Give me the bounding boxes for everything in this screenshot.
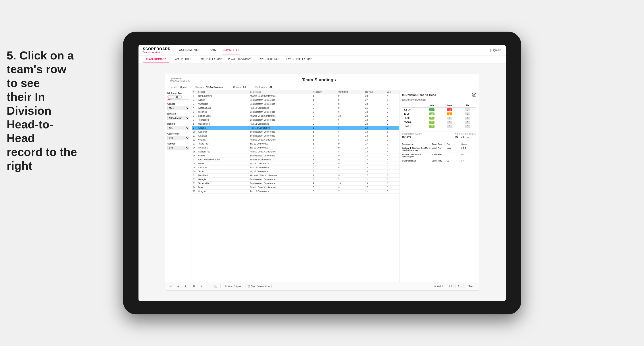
gender-select[interactable]: Men's — [168, 106, 189, 110]
cell-conf-rank: 8 — [337, 102, 364, 106]
conference-select[interactable]: (All) — [168, 136, 189, 140]
h2h-win-cell: 27 — [423, 124, 441, 129]
secondary-nav-team-summary[interactable]: TEAM SUMMARY — [143, 55, 169, 63]
cell-reg-rank: 5 — [312, 126, 337, 130]
col-conference: Conference — [248, 90, 312, 94]
cell-conf-rank: 8 — [337, 138, 364, 142]
settings-button[interactable]: ⚙ — [456, 284, 462, 288]
table-row[interactable]: 23 Texas A&M Southeastern Conference 9 1… — [192, 182, 399, 185]
h2h-col-loss: Loss — [441, 104, 458, 108]
cell-conference: Southeastern Conference — [248, 134, 312, 138]
secondary-nav-team-h2h-heatmap[interactable]: TEAM H2H HEATMAP — [194, 55, 225, 63]
h2h-range-label: 51-100 — [402, 120, 423, 124]
cell-win: 2 — [386, 174, 399, 178]
table-row[interactable]: 17 East Tennessee State Southern Confere… — [192, 158, 399, 162]
table-row[interactable]: 16 Florida Southeastern Conference 7 9 2… — [192, 154, 399, 158]
filters-row: Gender: Men's Division: NCAA Division I … — [165, 84, 479, 90]
tourney-score: 17 — [462, 160, 476, 162]
table-row[interactable]: 21 New Mexico Mountain West Conference 1… — [192, 174, 399, 178]
table-row[interactable]: 2 Auburn Southeastern Conference 1 9 27 … — [192, 98, 399, 102]
cell-win: 1 — [386, 106, 399, 110]
toolbar-divider-2 — [220, 284, 220, 288]
cell-school: Georgia Tech — [197, 150, 249, 154]
table-row[interactable]: 10 Alabama Southeastern Conference 5 8 2… — [192, 130, 399, 134]
min-rounds-min-input[interactable] — [168, 95, 174, 99]
instruction-line2: team's row to see — [7, 63, 66, 89]
cell-school: California — [197, 166, 249, 170]
nav-teams[interactable]: TEAMS — [206, 45, 216, 55]
tourney-type: Stroke Play — [432, 160, 447, 162]
table-row[interactable]: 5 Ole Miss Southeastern Conference 3 6 1… — [192, 110, 399, 114]
region-filter-group: Region N/A — [168, 123, 189, 130]
h2h-close-button[interactable]: ✕ — [472, 93, 476, 97]
comment-button[interactable]: 💬 — [447, 284, 454, 288]
table-row[interactable]: 9 Arizona Pac-12 Conference 5 8 23 3 — [192, 126, 399, 130]
cell-conf-rank: 8 — [337, 126, 364, 130]
table-row[interactable]: 22 Georgia Southeastern Conference 8 7 2… — [192, 178, 399, 182]
min-rounds-inputs — [168, 95, 189, 99]
nav-committee[interactable]: COMMITTEE — [222, 45, 240, 55]
cell-conference: Pac-12 Conference — [248, 122, 312, 126]
undo-button[interactable]: ↩ — [168, 284, 173, 289]
table-row[interactable]: 12 Virginia Atlantic Coast Conference 3 … — [192, 138, 399, 142]
table-row[interactable]: 8 Washington Pac-12 Conference 2 8 23 1 — [192, 122, 399, 126]
tourney-name: Jackson T. Stephens Cup Men's Match-Play… — [402, 147, 432, 151]
redo-button[interactable]: ↺ — [182, 284, 188, 289]
cell-conf-rank: 8 — [337, 134, 364, 138]
school-select[interactable]: (All) — [168, 146, 189, 150]
table-row[interactable]: 14 Oklahoma Big 12 Conference 2 9 24 2 — [192, 146, 399, 150]
min-rounds-max-input[interactable] — [175, 95, 182, 99]
add-button[interactable]: + — [199, 284, 204, 289]
table-row[interactable]: 20 Texas Big 12 Conference 3 7 20 0 — [192, 170, 399, 174]
secondary-nav-player-summary[interactable]: PLAYER SUMMARY — [225, 55, 254, 63]
cell-conference: Southern Conference — [248, 158, 312, 162]
cell-conf-rank: 9 — [337, 154, 364, 158]
table-row[interactable]: 7 Tennessee Southeastern Conference 4 6 … — [192, 118, 399, 122]
top-nav-links: TOURNAMENTS TEAMS COMMITTEE — [177, 45, 490, 55]
cell-win: 1 — [386, 122, 399, 126]
table-row[interactable]: 6 Florida State Atlantic Coast Conferenc… — [192, 114, 399, 118]
instruction-heading: 5. Click on a team's row to see their In… — [7, 49, 78, 173]
save-custom-button[interactable]: 💾 Save Custom View — [246, 284, 272, 288]
cell-conf-rank: 10 — [337, 114, 364, 118]
cell-win: 1 — [386, 178, 399, 182]
table-row[interactable]: 4 Arizona State Pac-12 Conference 3 9 26… — [192, 106, 399, 110]
min-rounds-slider[interactable] — [168, 99, 189, 100]
division-select[interactable]: NCAA Division I — [168, 116, 189, 120]
cell-no-tour: 21 — [364, 189, 386, 193]
watch-button[interactable]: 👁 Watch — [432, 284, 445, 288]
sign-out-link[interactable]: | Sign out — [490, 49, 501, 52]
cell-rank: 20 — [192, 170, 197, 174]
table-row[interactable]: 3 Vanderbilt Southeastern Conference 2 8… — [192, 102, 399, 106]
table-row[interactable]: 13 Texas Tech Big 12 Conference 1 9 27 2 — [192, 142, 399, 146]
clock-button[interactable]: 🕐 — [213, 284, 218, 289]
table-row[interactable]: 11 Arkansas Southeastern Conference 6 8 … — [192, 134, 399, 138]
tourney-score: -17 — [462, 153, 476, 158]
cell-rank: 19 — [192, 166, 197, 170]
cell-conference: Atlantic Coast Conference — [248, 94, 312, 98]
minus-button[interactable]: − — [206, 284, 211, 289]
undo2-button[interactable]: ↪ — [176, 284, 180, 289]
share-button[interactable]: ↗ Share — [463, 284, 476, 288]
region-select[interactable]: N/A — [168, 126, 189, 130]
table-row[interactable]: 1 North Carolina Atlantic Coast Conferen… — [192, 94, 399, 98]
h2h-tie-cell: 0 — [458, 124, 476, 129]
table-row[interactable]: 25 Oregon Pac-12 Conference 5 7 21 0 — [192, 189, 399, 193]
table-row[interactable]: 24 Duke Atlantic Coast Conference 5 9 27… — [192, 185, 399, 189]
cell-rank: 22 — [192, 178, 197, 182]
secondary-nav-team-h2h-grid[interactable]: TEAM H2H GRID — [169, 55, 194, 63]
table-row[interactable]: 19 California Pac-12 Conference 4 8 24 2 — [192, 166, 399, 170]
secondary-nav-player-h2h-grid[interactable]: PLAYER H2H GRID — [254, 55, 282, 63]
h2h-stats: Opponents in division: 99.1% W-L-T recor… — [402, 131, 476, 140]
table-row[interactable]: 15 Georgia Tech Atlantic Coast Conferenc… — [192, 150, 399, 154]
table-row[interactable]: 18 Illinois Big Ten Conference 1 9 23 3 — [192, 162, 399, 166]
grid-button[interactable]: ⊞ — [192, 284, 197, 289]
view-original-button[interactable]: 👁 View: Original — [223, 284, 244, 288]
cell-no-tour: 23 — [364, 114, 386, 118]
cell-conference: Southeastern Conference — [248, 98, 312, 102]
cell-school: Arizona — [197, 126, 249, 130]
cell-reg-rank: 1 — [312, 162, 337, 166]
cell-rank: 4 — [192, 106, 197, 110]
nav-tournaments[interactable]: TOURNAMENTS — [177, 45, 199, 55]
secondary-nav-player-h2h-heatmap[interactable]: PLAYER H2H HEATMAP — [282, 55, 315, 63]
